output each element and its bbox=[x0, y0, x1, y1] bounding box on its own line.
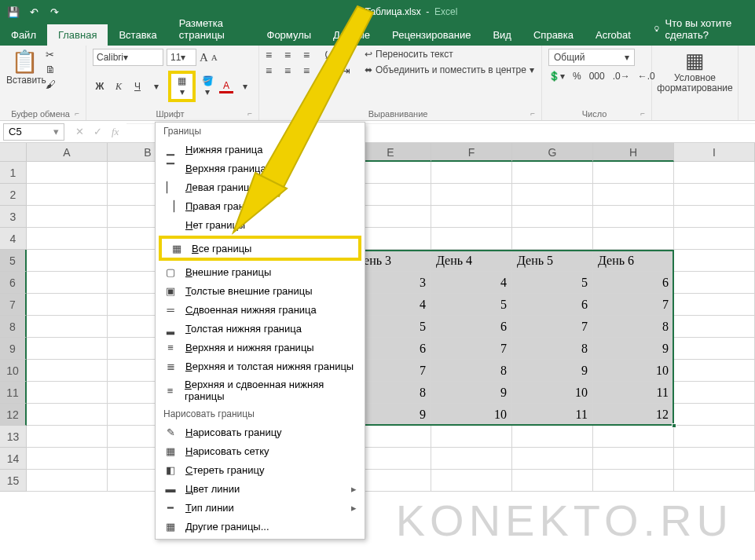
cell[interactable] bbox=[27, 272, 108, 294]
cell[interactable] bbox=[593, 206, 674, 228]
menu-item[interactable]: ✎Нарисовать границу bbox=[156, 423, 365, 441]
cell[interactable] bbox=[431, 426, 512, 448]
tab-formulas[interactable]: Формулы bbox=[256, 24, 323, 46]
cell[interactable]: 8 bbox=[593, 316, 674, 338]
grow-font-icon[interactable]: A bbox=[200, 51, 208, 64]
cell[interactable] bbox=[593, 470, 674, 492]
cell[interactable] bbox=[512, 206, 593, 228]
cell[interactable]: День 6 bbox=[593, 250, 674, 272]
inc-decimal-icon[interactable]: .0→ bbox=[613, 71, 630, 82]
tab-data[interactable]: Данные bbox=[322, 24, 381, 46]
cell[interactable] bbox=[27, 470, 108, 492]
cell[interactable] bbox=[512, 162, 593, 184]
cell[interactable] bbox=[593, 426, 674, 448]
row-header[interactable]: 4 bbox=[0, 228, 27, 250]
cell[interactable]: 9 bbox=[593, 338, 674, 360]
tab-insert[interactable]: Вставка bbox=[108, 24, 167, 46]
row-header[interactable]: 11 bbox=[0, 382, 27, 404]
menu-item[interactable]: ▏Левая граница bbox=[156, 178, 365, 196]
format-painter-icon[interactable]: 🖌 bbox=[46, 79, 56, 90]
menu-item[interactable]: ▂Толстая нижняя граница bbox=[156, 319, 365, 338]
cell[interactable] bbox=[674, 448, 755, 470]
menu-item[interactable]: ▣Толстые внешние границы bbox=[156, 281, 365, 300]
indent-inc-icon[interactable]: ⇥ bbox=[341, 64, 355, 77]
cell[interactable] bbox=[512, 184, 593, 206]
cell[interactable] bbox=[512, 470, 593, 492]
cell[interactable]: 10 bbox=[512, 382, 593, 404]
tab-review[interactable]: Рецензирование bbox=[381, 24, 482, 46]
cell[interactable] bbox=[593, 184, 674, 206]
menu-item[interactable]: ≡Верхняя и сдвоенная нижняя границы bbox=[156, 375, 365, 405]
comma-icon[interactable]: 000 bbox=[589, 71, 605, 82]
cell[interactable] bbox=[674, 338, 755, 360]
row-header[interactable]: 10 bbox=[0, 360, 27, 382]
cell[interactable]: 7 bbox=[593, 294, 674, 316]
menu-item[interactable]: ≡Верхняя и нижняя границы bbox=[156, 338, 365, 357]
cell[interactable] bbox=[674, 228, 755, 250]
cancel-icon[interactable]: ✕ bbox=[75, 126, 84, 138]
font-color-icon[interactable]: A bbox=[219, 80, 233, 93]
menu-item[interactable]: ▔Верхняя граница bbox=[156, 159, 365, 178]
tab-view[interactable]: Вид bbox=[482, 24, 522, 46]
cell[interactable] bbox=[512, 426, 593, 448]
cell[interactable] bbox=[27, 184, 108, 206]
menu-item[interactable]: ▦Другие границы... bbox=[156, 517, 365, 536]
row-header[interactable]: 8 bbox=[0, 316, 27, 338]
cell[interactable] bbox=[27, 162, 108, 184]
tab-home[interactable]: Главная bbox=[47, 24, 108, 46]
align-bottom-icon[interactable]: ≡ bbox=[303, 49, 317, 61]
tell-me[interactable]: Что вы хотите сделать? bbox=[642, 13, 755, 46]
italic-button[interactable]: К bbox=[112, 81, 126, 93]
cell[interactable] bbox=[431, 228, 512, 250]
menu-item[interactable]: ▁Нижняя граница bbox=[156, 140, 365, 159]
percent-icon[interactable]: % bbox=[573, 71, 581, 82]
font-name-combo[interactable]: Calibri ▾ bbox=[93, 49, 163, 66]
cell[interactable] bbox=[674, 382, 755, 404]
cell[interactable] bbox=[27, 316, 108, 338]
wrap-text-button[interactable]: ↩Переносить текст bbox=[365, 49, 534, 60]
cell[interactable] bbox=[674, 316, 755, 338]
align-right-icon[interactable]: ≡ bbox=[303, 64, 317, 77]
copy-icon[interactable]: 🗎 bbox=[46, 64, 56, 75]
cell[interactable] bbox=[674, 272, 755, 294]
fill-color-icon[interactable]: 🪣▾ bbox=[200, 75, 214, 97]
menu-item[interactable]: ◧Стереть границу bbox=[156, 460, 365, 479]
cell[interactable]: 6 bbox=[512, 294, 593, 316]
cell[interactable]: 9 bbox=[431, 382, 512, 404]
row-header[interactable]: 14 bbox=[0, 448, 27, 470]
cell[interactable] bbox=[27, 294, 108, 316]
cell[interactable]: 10 bbox=[593, 360, 674, 382]
selection-handle[interactable] bbox=[672, 423, 676, 428]
row-header[interactable]: 15 bbox=[0, 470, 27, 492]
shrink-font-icon[interactable]: A bbox=[211, 53, 218, 62]
tab-help[interactable]: Справка bbox=[522, 24, 585, 46]
align-top-icon[interactable]: ≡ bbox=[266, 49, 280, 61]
cell[interactable] bbox=[27, 338, 108, 360]
cell[interactable]: 12 bbox=[593, 404, 674, 426]
cell[interactable] bbox=[27, 360, 108, 382]
menu-item[interactable]: ━Тип линии▸ bbox=[156, 498, 365, 517]
cell[interactable]: 6 bbox=[431, 316, 512, 338]
cell[interactable] bbox=[674, 470, 755, 492]
paste-button[interactable]: 📋 Вставить bbox=[6, 49, 42, 86]
cell[interactable] bbox=[593, 162, 674, 184]
cell[interactable] bbox=[431, 162, 512, 184]
spreadsheet-grid[interactable]: ABCDEFGHI 12345День 1День 2День 3День 4Д… bbox=[0, 143, 755, 492]
conditional-formatting-label[interactable]: Условное форматирование bbox=[657, 73, 732, 93]
row-header[interactable]: 2 bbox=[0, 184, 27, 206]
cut-icon[interactable]: ✂ bbox=[46, 49, 56, 60]
save-icon[interactable]: 💾 bbox=[6, 5, 20, 19]
row-header[interactable]: 9 bbox=[0, 338, 27, 360]
cell[interactable]: 11 bbox=[593, 382, 674, 404]
cell[interactable] bbox=[512, 228, 593, 250]
fx-icon[interactable]: fx bbox=[112, 126, 119, 138]
row-header[interactable]: 12 bbox=[0, 404, 27, 426]
align-middle-icon[interactable]: ≡ bbox=[284, 49, 299, 61]
select-all-corner[interactable] bbox=[0, 143, 27, 162]
orientation-icon[interactable]: ⤹▾ bbox=[322, 49, 336, 61]
cell[interactable] bbox=[593, 448, 674, 470]
cell[interactable] bbox=[27, 426, 108, 448]
cell[interactable] bbox=[27, 206, 108, 228]
tab-acrobat[interactable]: Acrobat bbox=[585, 24, 642, 46]
menu-item[interactable]: ▢Внешние границы bbox=[156, 262, 365, 281]
